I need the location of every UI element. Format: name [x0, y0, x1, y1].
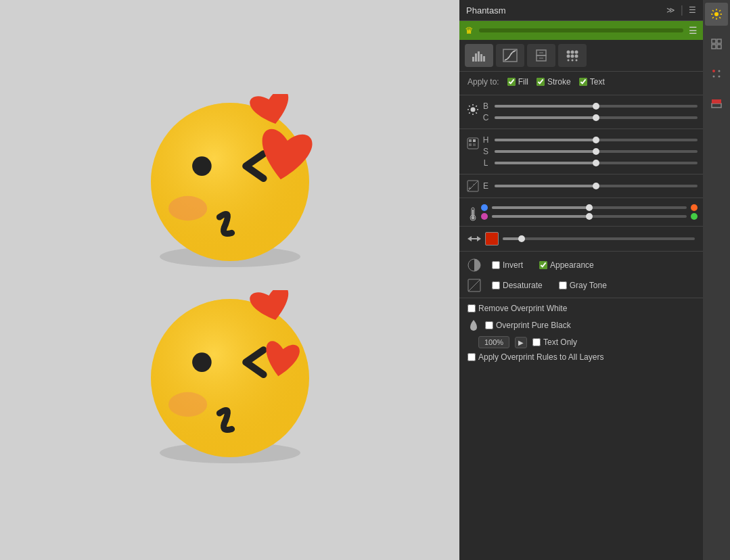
svg-rect-11 [475, 53, 477, 62]
text-checkbox[interactable] [579, 78, 587, 86]
warm-slider[interactable] [492, 206, 687, 209]
svg-point-24 [567, 55, 570, 58]
svg-point-26 [575, 55, 578, 58]
tab-halftone[interactable] [558, 44, 587, 67]
svg-point-73 [713, 76, 715, 78]
remove-overprint-text: Remove Overprint White [478, 304, 567, 313]
orange-dot [691, 204, 698, 211]
green-banner: ♛ ☰ [459, 21, 703, 40]
percent-input[interactable]: 100% [478, 336, 509, 348]
svg-point-21 [567, 51, 570, 54]
all-layers-checkbox[interactable] [467, 353, 476, 361]
e-label: E [481, 181, 491, 191]
tab-layers[interactable] [527, 44, 555, 67]
svg-line-38 [469, 112, 470, 113]
tab-curves[interactable] [496, 44, 524, 67]
purple-dot [481, 213, 488, 220]
toolbar-dots-icon[interactable] [705, 62, 728, 85]
fill-checkbox[interactable] [507, 78, 516, 86]
svg-line-64 [719, 17, 721, 18]
expand-icon[interactable]: ≫ [666, 5, 675, 15]
svg-point-28 [572, 60, 574, 62]
svg-rect-43 [473, 143, 476, 146]
tint-slider-row [481, 213, 698, 220]
desaturate-row: Desaturate Gray Tone [459, 276, 703, 295]
text-only-checkbox[interactable] [532, 338, 541, 346]
fill-checkbox-label[interactable]: Fill [507, 77, 528, 87]
appearance-checkbox[interactable] [539, 261, 547, 269]
target-icon [467, 233, 481, 245]
svg-point-22 [571, 51, 574, 54]
svg-rect-41 [469, 143, 472, 146]
color-target-slider[interactable] [503, 237, 695, 240]
svg-line-36 [476, 112, 476, 113]
overprint-pure-black-checkbox[interactable] [485, 321, 493, 329]
svg-point-4 [192, 156, 212, 176]
color-swatch[interactable] [485, 232, 499, 246]
green-dot [691, 213, 698, 220]
svg-point-25 [571, 55, 574, 58]
overprint-pure-black-row: Overprint Pure Black [459, 316, 703, 335]
saturation-slider[interactable] [495, 150, 698, 153]
b-label: B [481, 101, 491, 111]
far-right-toolbar [703, 0, 730, 560]
desaturate-icon [467, 279, 481, 292]
brightness-icon [467, 103, 479, 116]
svg-rect-13 [480, 54, 482, 62]
color-slider-row [459, 229, 703, 248]
svg-text:+: + [468, 185, 472, 191]
hue-slider[interactable] [495, 139, 698, 141]
tab-histogram[interactable] [465, 44, 493, 67]
panel-header: Phantasm ≫ | ☰ [459, 0, 703, 21]
overprint-pure-black-label[interactable]: Overprint Pure Black [485, 321, 571, 330]
panel-header-icons: ≫ | ☰ [666, 4, 696, 16]
remove-overprint-checkbox[interactable] [467, 304, 476, 312]
invert-checkbox[interactable] [492, 261, 500, 269]
hsl-icon [467, 137, 479, 149]
contrast-slider[interactable] [495, 116, 698, 119]
lightness-slider-row: L [481, 158, 698, 168]
invert-checkbox-label[interactable]: Invert [492, 260, 523, 270]
toolbar-layer-icon[interactable] [705, 92, 728, 115]
svg-point-3 [168, 196, 207, 220]
banner-progress [479, 28, 683, 32]
invert-icon [467, 258, 481, 272]
desaturate-checkbox-label[interactable]: Desaturate [492, 281, 543, 290]
tint-slider[interactable] [492, 215, 687, 218]
text-label: Text [590, 77, 605, 87]
svg-rect-10 [472, 57, 474, 62]
desaturate-label: Desaturate [503, 281, 543, 290]
text-only-checkbox-label[interactable]: Text Only [532, 337, 577, 347]
panel-title: Phantasm [466, 5, 661, 16]
remove-overprint-label[interactable]: Remove Overprint White [467, 304, 567, 313]
gray-tone-checkbox[interactable] [559, 281, 567, 289]
appearance-checkbox-label[interactable]: Appearance [539, 260, 594, 270]
svg-line-63 [712, 10, 714, 11]
svg-marker-53 [477, 236, 481, 241]
lightness-slider[interactable] [495, 162, 698, 164]
svg-line-65 [719, 10, 721, 11]
banner-menu-icon[interactable]: ☰ [689, 25, 698, 36]
invert-row: Invert Appearance [459, 254, 703, 276]
stroke-checkbox-label[interactable]: Stroke [537, 77, 571, 87]
svg-point-27 [568, 60, 570, 62]
svg-point-7 [151, 299, 309, 457]
exposure-slider[interactable] [495, 185, 698, 187]
svg-rect-42 [473, 139, 476, 142]
toolbar-grid-icon[interactable] [705, 32, 728, 55]
text-only-row: 100% ▶ Text Only [459, 335, 703, 350]
desaturate-checkbox[interactable] [492, 281, 500, 289]
svg-point-29 [576, 60, 578, 62]
toolbar-sun-icon[interactable] [705, 3, 728, 26]
gray-tone-checkbox-label[interactable]: Gray Tone [559, 281, 607, 290]
svg-rect-75 [712, 103, 721, 108]
svg-rect-54 [472, 238, 477, 239]
text-checkbox-label[interactable]: Text [579, 77, 605, 87]
right-panel: Phantasm ≫ | ☰ ♛ ☰ [459, 0, 703, 560]
all-layers-checkbox-label[interactable]: Apply Overprint Rules to All Layers [467, 352, 603, 362]
stroke-checkbox[interactable] [537, 78, 545, 86]
percent-arrow-btn[interactable]: ▶ [515, 337, 527, 348]
brightness-slider[interactable] [495, 105, 698, 108]
menu-icon[interactable]: ☰ [689, 5, 696, 15]
svg-line-35 [469, 106, 470, 106]
